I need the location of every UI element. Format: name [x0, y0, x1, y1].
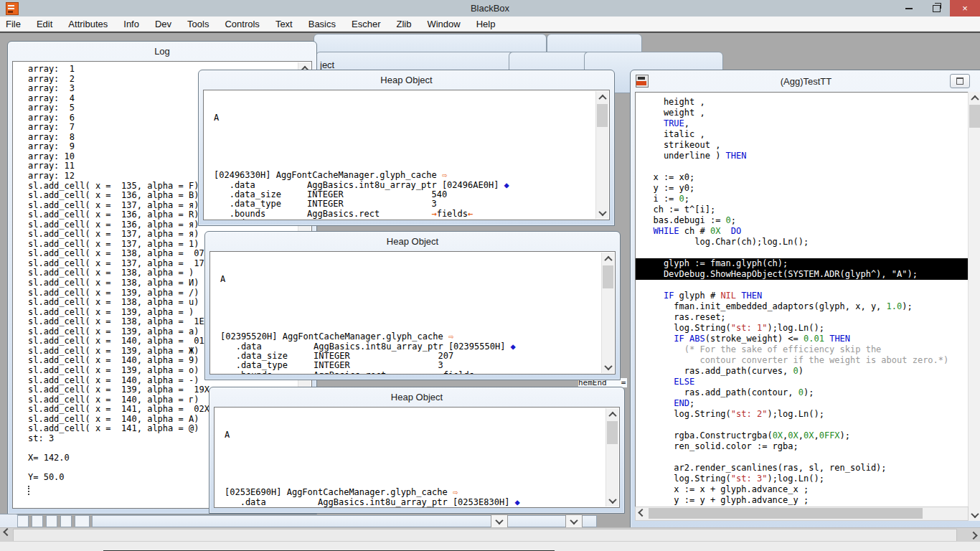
log-line: sl.add_cell( x = 138, alpha = ): [28, 268, 209, 278]
background-window-fragment: [75, 515, 90, 527]
code-editor[interactable]: height , weight , TRUE, italic , strikeo…: [635, 92, 969, 508]
mdi-horizontal-scrollbar[interactable]: [0, 527, 980, 541]
heap-object-window[interactable]: Heap Object A [0253E690H] AggFontCacheMa…: [209, 387, 625, 514]
editor-window-titlebar[interactable]: (Agg)TestTT: [631, 70, 980, 92]
scroll-left-button[interactable]: [636, 507, 648, 519]
heap-field-row: .data_size INTEGER 540: [214, 190, 593, 199]
code-line: height ,: [643, 97, 968, 108]
heap-vertical-scrollbar[interactable]: [606, 408, 618, 507]
log-window-title[interactable]: Log: [8, 42, 316, 60]
menu-basics[interactable]: Basics: [301, 19, 344, 29]
code-line: log.Char(ch);log.Ln();: [643, 237, 968, 248]
heap-object-window[interactable]: Heap Object A [02395520H] AggFontCacheMa…: [204, 231, 621, 380]
code-line: x := x0;: [643, 172, 968, 183]
menu-attributes[interactable]: Attributes: [60, 19, 116, 29]
log-line: array: 9: [28, 142, 209, 152]
scroll-left-button[interactable]: [1, 528, 13, 537]
heap-content[interactable]: A [02395520H] AggFontCacheManager.glyph_…: [209, 251, 616, 375]
scrollbar-thumb[interactable]: [603, 265, 613, 288]
heap-vertical-scrollbar[interactable]: [601, 253, 614, 373]
log-line: sl.add_cell( x = 138, alpha = u): [28, 298, 209, 308]
scroll-up-button[interactable]: [969, 92, 980, 104]
heap-label: A: [220, 275, 599, 284]
log-line: sl.add_cell( x = 139, alpha = o): [28, 366, 209, 376]
odc-document-icon[interactable]: [636, 75, 649, 88]
close-button[interactable]: ×: [950, 0, 980, 17]
scroll-up-button[interactable]: [606, 408, 618, 420]
chevron-left-icon: [3, 528, 11, 536]
menu-text[interactable]: Text: [268, 19, 301, 29]
code-line: [643, 420, 968, 430]
menu-file[interactable]: File: [0, 19, 29, 29]
heap-field-row: .data_type INTEGER 3: [214, 199, 593, 209]
code-line: x := x + glyph.advance_x ;: [643, 484, 968, 495]
code-line: y := y + glyph.advance_y ;: [643, 495, 968, 506]
code-line: [643, 161, 968, 172]
scrollbar-thumb[interactable]: [607, 421, 618, 444]
log-line: sl.add_cell( x = 139, alpha = /): [28, 288, 209, 298]
code-line: contour converter if the weight is about…: [643, 355, 968, 366]
heap-content[interactable]: A [02496330H] AggFontCacheManager.glyph_…: [203, 90, 610, 220]
blackbox-app-icon[interactable]: [6, 2, 19, 15]
menu-escher[interactable]: Escher: [344, 19, 388, 29]
heap-content[interactable]: A [0253E690H] AggFontCacheManager.glyph_…: [214, 407, 620, 508]
menu-edit[interactable]: Edit: [29, 19, 60, 29]
scrollbar-thumb[interactable]: [597, 104, 608, 127]
code-line: DevDebug.ShowHeapObject(SYSTEM.ADR(glyph…: [636, 269, 968, 280]
menu-window[interactable]: Window: [419, 19, 468, 29]
code-line: WHILE ch # 0X DO: [643, 226, 968, 237]
scroll-down-button[interactable]: [596, 207, 608, 219]
statusbar: [0, 541, 980, 551]
log-line: sl.add_cell( x = 139, alpha = a): [28, 327, 209, 337]
heap-field-row: .data AggBasics.int8u_array_ptr [0253E83…: [225, 498, 603, 507]
chevron-down-icon: [971, 509, 979, 517]
code-line: log.String("st: 2");log.Ln();: [643, 409, 968, 420]
menu-dev[interactable]: Dev: [147, 19, 179, 29]
scrollbar-thumb[interactable]: [969, 105, 980, 128]
editor-vertical-scrollbar[interactable]: [968, 92, 980, 521]
menu-zlib[interactable]: Zlib: [388, 19, 419, 29]
heap-text: A [02395520H] AggFontCacheManager.glyph_…: [220, 255, 599, 375]
heap-window-title[interactable]: Heap Object: [209, 387, 624, 406]
editor-horizontal-scrollbar[interactable]: [635, 507, 969, 521]
scroll-right-button[interactable]: [967, 528, 979, 540]
restore-icon: [933, 5, 941, 12]
chevron-up-icon: [608, 411, 616, 419]
heap-object-window[interactable]: Heap Object A [02496330H] AggFontCacheMa…: [198, 70, 615, 226]
heap-window-title[interactable]: Heap Object: [205, 232, 620, 250]
chevron-left-icon: [638, 508, 646, 516]
scrollbar-thumb[interactable]: [13, 529, 957, 542]
heap-object-address: [02496330H] AggFontCacheManager.glyph_ca…: [214, 171, 593, 180]
scroll-up-button[interactable]: [602, 253, 614, 265]
log-line: array: 7: [28, 123, 209, 133]
heap-object-address: [02395520H] AggFontCacheManager.glyph_ca…: [220, 332, 599, 342]
menu-tools[interactable]: Tools: [179, 19, 217, 29]
heap-window-title[interactable]: Heap Object: [199, 70, 614, 89]
heap-object-address: [0253E690H] AggFontCacheManager.glyph_ca…: [225, 488, 603, 497]
restore-button[interactable]: [923, 0, 950, 17]
scroll-up-button[interactable]: [596, 91, 608, 103]
code-line: IF glyph # NIL THEN: [643, 291, 968, 301]
scrollbar-thumb[interactable]: [649, 508, 923, 519]
menubar: FileEditAttributesInfoDevToolsControlsTe…: [0, 17, 980, 32]
menu-controls[interactable]: Controls: [217, 19, 267, 29]
log-line: sl.add_cell( x = 140, alpha = -): [28, 376, 209, 386]
code-line: rgba.Constructrgba(0X,0X,0X,0FFX);: [643, 430, 968, 441]
menu-help[interactable]: Help: [468, 19, 504, 29]
editor-window[interactable]: (Agg)TestTT height , weight , TRUE, ital…: [630, 70, 980, 530]
mdi-area: ject hemEnd = Log array: 1array: 2array:…: [0, 32, 980, 551]
code-line: ren_solid.color := rgba;: [643, 441, 968, 452]
log-line: array: 4: [28, 94, 209, 104]
chevron-down-icon: [570, 516, 578, 524]
menu-info[interactable]: Info: [116, 19, 147, 29]
minimize-button[interactable]: [895, 0, 923, 17]
code-line: strikeout ,: [643, 140, 968, 151]
heap-field-row: .data_type INTEGER 3: [220, 361, 599, 370]
log-line: X= 142.0: [28, 453, 209, 463]
editor-restore-button[interactable]: [950, 74, 970, 88]
scroll-down-button[interactable]: [969, 509, 980, 521]
code-line: y := y0;: [643, 183, 968, 194]
heap-vertical-scrollbar[interactable]: [595, 91, 608, 219]
scroll-down-button[interactable]: [606, 494, 618, 507]
scroll-down-button[interactable]: [602, 361, 614, 373]
